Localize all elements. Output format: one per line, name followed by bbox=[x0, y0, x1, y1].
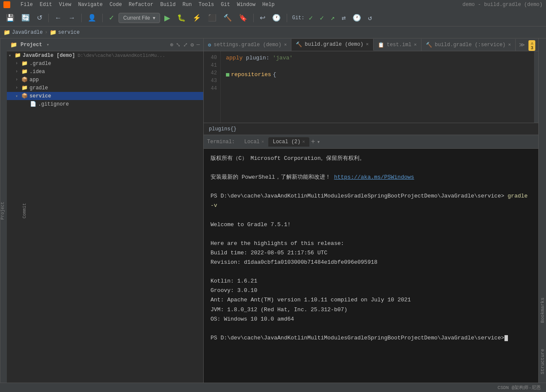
project-header: 📁 Project ▾ ⊕ ⤡ ⤢ ⚙ — bbox=[7, 38, 203, 51]
tree-arrow-idea: › bbox=[15, 69, 21, 74]
breadcrumb-service[interactable]: service bbox=[58, 29, 80, 35]
menu-git[interactable]: Git bbox=[217, 1, 234, 9]
tree-app-folder[interactable]: › 📦 app bbox=[7, 76, 203, 84]
menu-build[interactable]: Build bbox=[157, 1, 179, 9]
refresh-button[interactable]: ↺ bbox=[34, 12, 45, 24]
tab-settings-gradle[interactable]: ⚙ settings.gradle (demo) × bbox=[204, 39, 291, 51]
tree-root[interactable]: ▾ 📁 JavaGradle [demo] D:\dev\cache\JavaA… bbox=[7, 51, 203, 59]
git-check-icon[interactable]: ✓ bbox=[306, 12, 316, 24]
bookmark-button[interactable]: 🔖 bbox=[236, 12, 250, 24]
terminal-ant: Ant: Apache Ant(TM) version 1.10.11 comp… bbox=[211, 295, 531, 305]
history-button[interactable]: 🕐 bbox=[270, 12, 283, 24]
editor-scrollbar[interactable] bbox=[534, 51, 538, 123]
project-minimize-icon[interactable]: — bbox=[196, 41, 200, 48]
service-folder-icon: 📦 bbox=[21, 93, 28, 99]
tab-more-button[interactable]: ≫ bbox=[516, 39, 528, 51]
tree-gradle2-folder[interactable]: › 📁 gradle bbox=[7, 84, 203, 92]
tree-service-label: service bbox=[30, 93, 51, 99]
terminal-tab-local2[interactable]: Local (2) × bbox=[268, 137, 309, 147]
build-button[interactable]: 🔨 bbox=[221, 12, 234, 24]
terminal-chevron-icon[interactable]: ▾ bbox=[317, 139, 320, 145]
menu-help[interactable]: Help bbox=[259, 1, 278, 9]
current-file-dropdown[interactable]: Current File ▾ bbox=[119, 13, 160, 23]
undo-button[interactable]: ↩ bbox=[257, 12, 268, 24]
project-collapse-icon[interactable]: ⤢ bbox=[183, 41, 188, 48]
terminal-link-powershell[interactable]: https://aka.ms/PSWindows bbox=[334, 174, 414, 180]
settings-gradle-icon: ⚙ bbox=[208, 42, 211, 48]
tab-build-gradle-demo[interactable]: 🔨 build.gradle (demo) × bbox=[291, 39, 373, 51]
tab-test-iml[interactable]: 📋 test.iml × bbox=[374, 39, 421, 51]
build-gradle-service-icon: 🔨 bbox=[426, 42, 432, 48]
editor-wrapper: 40 41 42 43 44 apply plugin: 'java' repo… bbox=[204, 51, 538, 123]
terminal-tab-local-close[interactable]: × bbox=[261, 139, 264, 144]
project-locate-icon[interactable]: ⊕ bbox=[170, 41, 174, 48]
nav-forward-button[interactable]: → bbox=[66, 12, 78, 24]
menu-window[interactable]: Window bbox=[234, 1, 259, 9]
profile-button[interactable]: ⚡ bbox=[190, 12, 204, 24]
tab-build-gradle-service[interactable]: 🔨 build.gradle (:service) × bbox=[421, 39, 516, 51]
gutter-dot bbox=[226, 73, 229, 77]
menu-navigate[interactable]: Navigate bbox=[74, 1, 106, 9]
tree-idea-label: .idea bbox=[30, 69, 45, 75]
breadcrumb-root[interactable]: JavaGradle bbox=[12, 29, 43, 35]
tab-build-gradle-service-close[interactable]: × bbox=[508, 42, 511, 47]
git-history2-icon[interactable]: 🕐 bbox=[350, 12, 364, 24]
debug-button[interactable]: 🐛 bbox=[175, 12, 188, 24]
git-push-icon[interactable]: ↗ bbox=[328, 12, 338, 24]
toolbar-sep-4 bbox=[253, 14, 254, 22]
project-expand-icon[interactable]: ⤡ bbox=[176, 41, 181, 48]
status-bar: CSDN @架构师-尼恩 bbox=[0, 383, 546, 392]
menu-code[interactable]: Code bbox=[106, 1, 125, 9]
structure-side-label[interactable]: Structure bbox=[540, 349, 545, 374]
tab-settings-gradle-close[interactable]: × bbox=[284, 42, 287, 47]
vcs-button[interactable]: 👤 bbox=[85, 12, 99, 24]
tree-arrow-gradle2: › bbox=[15, 85, 21, 90]
save-all-button[interactable]: 💾 bbox=[3, 12, 17, 24]
run-config-check[interactable]: ✓ bbox=[106, 12, 117, 24]
menu-edit[interactable]: Edit bbox=[36, 1, 56, 9]
terminal-tab-local-label: Local bbox=[244, 139, 260, 145]
project-side-label[interactable]: Project bbox=[0, 202, 5, 220]
terminal-line-blank1 bbox=[211, 163, 531, 173]
tree-gitignore-file[interactable]: 📄 .gitignore bbox=[7, 100, 203, 108]
project-header-icon: 📁 bbox=[10, 41, 17, 48]
tree-root-label: JavaGradle [demo] bbox=[23, 53, 75, 59]
run-button[interactable]: ▶ bbox=[162, 12, 173, 24]
code-content[interactable]: apply plugin: 'java' repositories { bbox=[221, 51, 534, 123]
terminal-highlights: Here are the highlights of this release: bbox=[211, 239, 531, 248]
git-check2-icon[interactable]: ✓ bbox=[317, 12, 326, 24]
tab-build-gradle-demo-close[interactable]: × bbox=[366, 42, 369, 47]
menu-run[interactable]: Run bbox=[179, 1, 195, 9]
terminal-area: Terminal: Local × Local (2) × + ▾ 版权所有（C… bbox=[204, 135, 538, 383]
menu-tools[interactable]: Tools bbox=[195, 1, 217, 9]
git-merge-icon[interactable]: ⇄ bbox=[339, 12, 348, 24]
project-dropdown-icon[interactable]: ▾ bbox=[46, 42, 49, 47]
commit-side-label[interactable]: Commit bbox=[22, 203, 27, 218]
tab-test-iml-close[interactable]: × bbox=[414, 42, 417, 47]
nav-back-button[interactable]: ← bbox=[52, 12, 64, 24]
terminal-add-button[interactable]: + bbox=[311, 138, 315, 146]
terminal-revision: Revision: d1daa0cbf1a0103000b71484e1dbfe… bbox=[211, 258, 531, 267]
terminal-cursor bbox=[504, 335, 508, 341]
right-side-labels: Bookmarks Structure bbox=[538, 38, 546, 383]
tree-arrow-service: ▾ bbox=[15, 94, 21, 99]
menu-view[interactable]: View bbox=[56, 1, 75, 9]
tree-gitignore-label: .gitignore bbox=[38, 101, 69, 107]
terminal-tab-local[interactable]: Local × bbox=[240, 137, 269, 147]
terminal-content[interactable]: 版权所有（C） Microsoft Corporation。保留所有权利。 安装… bbox=[204, 149, 538, 383]
project-settings-icon[interactable]: ⚙ bbox=[190, 41, 194, 48]
menu-file[interactable]: File bbox=[17, 1, 36, 9]
tab-build-gradle-service-label: build.gradle (:service) bbox=[435, 42, 506, 48]
git-undo-icon[interactable]: ↺ bbox=[365, 12, 375, 24]
bookmarks-side-label[interactable]: Bookmarks bbox=[540, 298, 545, 323]
sync-button[interactable]: 🔄 bbox=[19, 12, 33, 24]
terminal-tab-local2-close[interactable]: × bbox=[302, 139, 305, 144]
stop-button[interactable]: ⬛ bbox=[205, 12, 219, 24]
tree-gradle-folder[interactable]: › 📁 .gradle bbox=[7, 59, 203, 68]
menu-refactor[interactable]: Refactor bbox=[125, 1, 157, 9]
tree-service-folder[interactable]: ▾ 📦 service bbox=[7, 92, 203, 100]
terminal-label: Terminal: bbox=[207, 139, 235, 145]
terminal-jvm: JVM: 1.8.0_312 (Red Hat, Inc. 25.312-b07… bbox=[211, 305, 531, 315]
toolbar: 💾 🔄 ↺ ← → 👤 ✓ Current File ▾ ▶ 🐛 ⚡ ⬛ 🔨 🔖… bbox=[0, 9, 546, 27]
tree-idea-folder[interactable]: › 📁 .idea bbox=[7, 68, 203, 76]
